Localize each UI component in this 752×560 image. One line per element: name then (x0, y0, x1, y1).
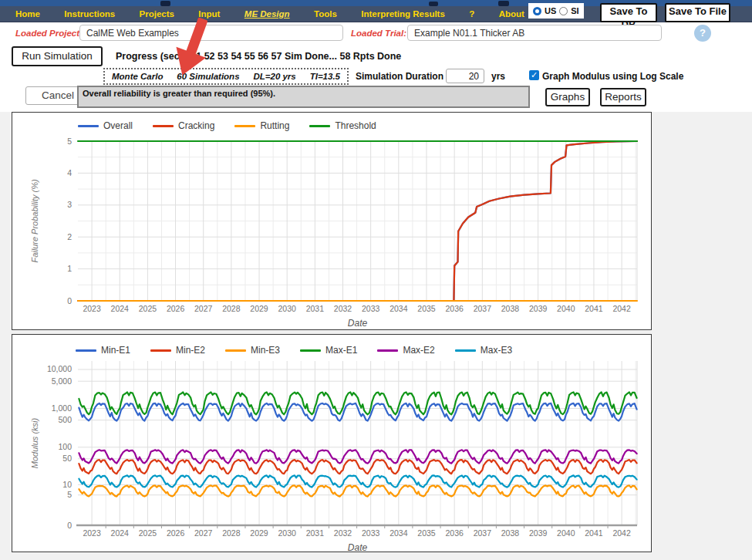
svg-text:2032: 2032 (334, 304, 352, 313)
series-max-e3-line (79, 475, 636, 487)
svg-text:2037: 2037 (474, 304, 492, 313)
y-axis-title: Failure Probability (%) (30, 179, 39, 263)
svg-text:2025: 2025 (139, 528, 157, 538)
svg-text:2029: 2029 (250, 304, 268, 313)
svg-text:2042: 2042 (612, 304, 631, 313)
gridlines (78, 361, 637, 525)
x-axis-title: Date (348, 542, 368, 551)
mc-traffic-index: TI=13.5 (310, 72, 340, 81)
us-radio-label: US (545, 6, 556, 15)
mc-design-life: DL=20 yrs (253, 72, 295, 81)
svg-text:2026: 2026 (167, 528, 185, 538)
x-axis-tick-labels: 2023202420252026202720282029203020312032… (83, 304, 631, 313)
calme-app-window: HomeInstructionsProjectsInputME DesignTo… (0, 0, 752, 560)
svg-text:2027: 2027 (194, 304, 213, 313)
svg-text:2031: 2031 (306, 528, 325, 538)
series-min-e1-line (79, 403, 636, 421)
modulus-chart-panel: Min-E1Min-E2Min-E3Max-E1Max-E2Max-E3 202… (12, 334, 652, 552)
svg-text:2040: 2040 (557, 528, 575, 538)
svg-text:5,000: 5,000 (52, 376, 72, 386)
svg-text:2037: 2037 (474, 528, 492, 538)
series-max-e2-line (79, 450, 636, 463)
sim-duration-input[interactable] (446, 69, 484, 83)
title-glyph-fragment (498, 1, 509, 6)
svg-text:2: 2 (67, 232, 72, 241)
mc-mode: Monte Carlo (112, 72, 163, 81)
log-scale-label: Graph Modulus using Log Scale (542, 71, 683, 82)
svg-text:50: 50 (62, 454, 72, 463)
red-arrow-annotation (158, 15, 228, 85)
svg-text:10,000: 10,000 (47, 364, 72, 373)
us-radio[interactable] (533, 7, 541, 15)
svg-text:2032: 2032 (334, 528, 352, 538)
nav-item-tools[interactable]: Tools (314, 9, 337, 19)
svg-text:2028: 2028 (222, 528, 241, 538)
svg-text:2025: 2025 (139, 304, 157, 313)
loaded-trial-label: Loaded Trial: (351, 29, 406, 38)
svg-text:0: 0 (67, 521, 72, 530)
series-max-e1-line (79, 393, 636, 415)
svg-text:2035: 2035 (417, 304, 436, 313)
svg-text:2036: 2036 (445, 528, 464, 538)
svg-text:2038: 2038 (501, 304, 520, 313)
save-to-file-button[interactable]: Save To File (665, 3, 730, 22)
svg-text:2039: 2039 (529, 528, 548, 538)
svg-text:2029: 2029 (250, 528, 268, 538)
help-icon[interactable]: ? (694, 25, 711, 42)
status-message: Overall reliability is greater than requ… (77, 86, 530, 108)
log-scale-checkbox[interactable]: ✓ (529, 70, 539, 80)
svg-text:2033: 2033 (362, 528, 380, 538)
svg-text:2027: 2027 (194, 528, 213, 538)
y-axis-title: Modulus (ksi) (30, 417, 39, 468)
y-axis-tick-labels: 10,0005,0001,000500100501050 (47, 364, 72, 529)
svg-text:2038: 2038 (501, 528, 520, 538)
svg-text:5: 5 (67, 490, 72, 499)
svg-text:2028: 2028 (222, 304, 241, 313)
svg-text:1,000: 1,000 (52, 403, 72, 413)
run-simulation-button[interactable]: Run Simulation (12, 46, 103, 66)
modulus-chart: 2023202420252026202720282029203020312032… (12, 335, 650, 551)
svg-text:2042: 2042 (612, 528, 631, 538)
svg-text:2023: 2023 (83, 304, 101, 313)
svg-text:4: 4 (67, 168, 72, 177)
save-to-db-button[interactable]: Save To DB (600, 3, 657, 22)
nav-item-interpreting-results[interactable]: Interpreting Results (361, 9, 445, 19)
svg-text:2035: 2035 (417, 528, 436, 538)
x-axis-title: Date (348, 318, 368, 329)
failure-probability-chart-panel: OverallCrackingRuttingThreshold 20232024… (12, 112, 652, 330)
svg-text:2024: 2024 (111, 304, 130, 313)
svg-text:2031: 2031 (306, 304, 325, 313)
svg-text:2039: 2039 (529, 304, 548, 313)
svg-text:2041: 2041 (585, 304, 603, 313)
svg-text:2036: 2036 (445, 304, 464, 313)
svg-text:1: 1 (67, 264, 72, 273)
svg-text:2040: 2040 (557, 304, 575, 313)
nav-item-about[interactable]: About (499, 9, 524, 19)
svg-text:3: 3 (67, 200, 72, 209)
units-toggle: US SI (528, 3, 584, 19)
series-min-e2-line (79, 460, 636, 474)
svg-text:2034: 2034 (389, 528, 408, 538)
svg-text:2030: 2030 (278, 528, 297, 538)
graphs-button[interactable]: Graphs (545, 88, 590, 106)
svg-text:0: 0 (67, 296, 72, 305)
sim-duration-units: yrs (491, 71, 505, 82)
svg-text:2026: 2026 (167, 304, 185, 313)
si-radio[interactable] (559, 7, 568, 15)
sim-duration-label: Simulation Duration (356, 71, 443, 82)
nav-item-list: HomeInstructionsProjectsInputME DesignTo… (15, 6, 524, 22)
title-glyph-fragment (160, 1, 170, 6)
svg-text:2034: 2034 (389, 304, 408, 313)
svg-text:2030: 2030 (278, 304, 297, 313)
svg-text:2024: 2024 (111, 528, 130, 538)
loaded-trial-input[interactable] (407, 25, 662, 41)
reports-button[interactable]: Reports (600, 88, 646, 106)
nav-item-me-design[interactable]: ME Design (244, 9, 290, 19)
nav-item--[interactable]: ? (469, 9, 474, 19)
svg-text:2023: 2023 (83, 528, 101, 538)
nav-item-instructions[interactable]: Instructions (64, 9, 115, 19)
failure-probability-chart: 2023202420252026202720282029203020312032… (12, 113, 650, 329)
si-radio-label: SI (571, 6, 578, 15)
y-axis-tick-labels: 012345 (67, 137, 72, 305)
nav-item-home[interactable]: Home (15, 9, 40, 19)
